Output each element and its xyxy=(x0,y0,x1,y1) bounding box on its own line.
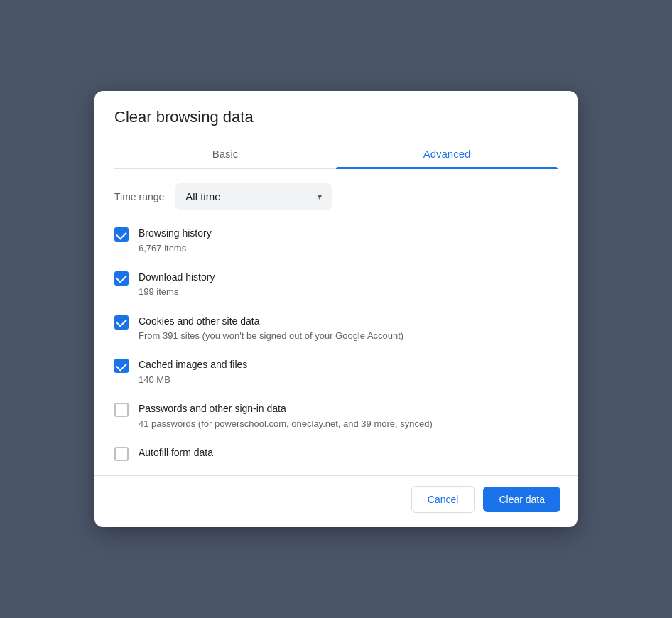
dialog-footer: Cancel Clear data xyxy=(94,475,578,527)
checkbox-label-passwords: Passwords and other sign-in data xyxy=(139,402,558,416)
checkbox-cached-images[interactable] xyxy=(114,359,129,373)
checkbox-sublabel-cached-images: 140 MB xyxy=(139,374,558,386)
checkbox-list: Browsing history6,767 itemsDownload hist… xyxy=(114,227,558,461)
time-range-select-wrapper[interactable]: All time Last 4 weeks Last 7 days Last 2… xyxy=(175,183,332,210)
checkbox-label-cached-images: Cached images and files xyxy=(139,358,558,372)
checkbox-item-download-history: Download history199 items xyxy=(114,271,558,299)
checkbox-browsing-history[interactable] xyxy=(114,227,129,242)
checkbox-sublabel-browsing-history: 6,767 items xyxy=(139,242,558,255)
tab-basic[interactable]: Basic xyxy=(114,139,336,168)
checkbox-sublabel-passwords: 41 passwords (for powerschool.com, onecl… xyxy=(139,418,558,430)
tab-advanced[interactable]: Advanced xyxy=(336,139,558,168)
checkbox-item-passwords: Passwords and other sign-in data41 passw… xyxy=(114,402,558,430)
checkbox-cookies[interactable] xyxy=(114,315,129,330)
time-range-row: Time range All time Last 4 weeks Last 7 … xyxy=(114,183,558,210)
checkbox-item-browsing-history: Browsing history6,767 items xyxy=(114,227,558,255)
checkbox-item-cached-images: Cached images and files140 MB xyxy=(114,358,558,386)
checkbox-autofill[interactable] xyxy=(114,447,129,461)
checkbox-label-download-history: Download history xyxy=(139,271,558,285)
clear-browsing-data-dialog: Clear browsing data Basic Advanced Time … xyxy=(94,91,578,527)
time-range-label: Time range xyxy=(114,191,164,202)
time-range-select[interactable]: All time Last 4 weeks Last 7 days Last 2… xyxy=(175,183,332,210)
dialog-header: Clear browsing data Basic Advanced xyxy=(94,91,578,169)
tab-bar: Basic Advanced xyxy=(114,139,558,169)
clear-data-button[interactable]: Clear data xyxy=(483,487,560,512)
checkbox-sublabel-download-history: 199 items xyxy=(139,286,558,298)
checkbox-sublabel-cookies: From 391 sites (you won't be signed out … xyxy=(139,330,558,342)
checkbox-label-autofill: Autofill form data xyxy=(139,446,558,460)
checkbox-label-cookies: Cookies and other site data xyxy=(139,315,558,329)
cancel-button[interactable]: Cancel xyxy=(411,486,475,513)
checkbox-label-browsing-history: Browsing history xyxy=(139,227,558,241)
dialog-body: Time range All time Last 4 weeks Last 7 … xyxy=(94,169,578,475)
checkbox-item-cookies: Cookies and other site dataFrom 391 site… xyxy=(114,315,558,343)
checkbox-download-history[interactable] xyxy=(114,271,129,286)
dialog-title: Clear browsing data xyxy=(114,108,558,126)
checkbox-passwords[interactable] xyxy=(114,403,129,417)
checkbox-item-autofill: Autofill form data xyxy=(114,446,558,461)
